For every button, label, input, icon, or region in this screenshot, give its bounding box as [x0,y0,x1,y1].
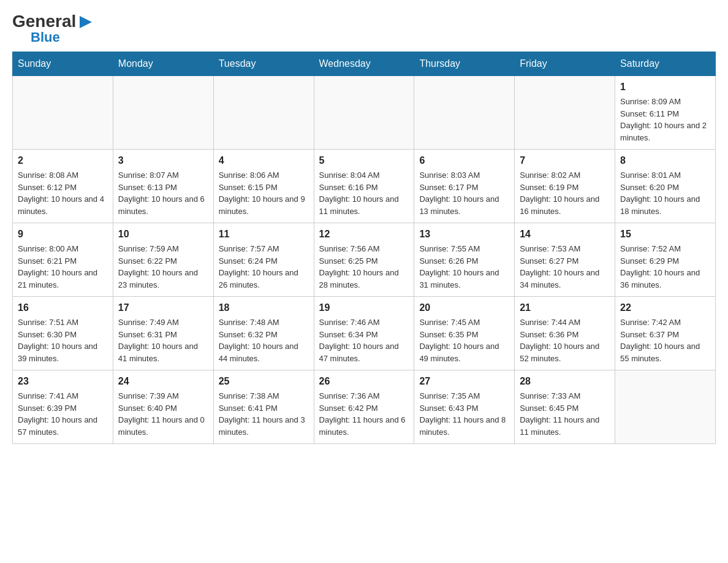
calendar-cell: 14Sunrise: 7:53 AMSunset: 6:27 PMDayligh… [515,223,615,297]
day-info: Sunrise: 8:01 AM [620,169,710,182]
day-number: 23 [18,374,108,389]
day-number: 11 [219,227,309,242]
calendar-cell: 12Sunrise: 7:56 AMSunset: 6:25 PMDayligh… [314,223,414,297]
day-info: Sunset: 6:20 PM [620,182,710,194]
day-info: Sunrise: 7:45 AM [419,316,509,329]
day-info: Daylight: 10 hours and 16 minutes. [520,193,610,217]
day-info: Sunset: 6:26 PM [419,255,509,267]
page-header: General Blue [12,12,716,45]
day-info: Daylight: 10 hours and 23 minutes. [118,267,208,291]
day-info: Sunrise: 7:41 AM [18,390,108,402]
day-number: 25 [219,374,309,389]
calendar-cell: 22Sunrise: 7:42 AMSunset: 6:37 PMDayligh… [615,297,716,370]
day-info: Sunset: 6:39 PM [18,402,108,415]
day-info: Daylight: 10 hours and 49 minutes. [419,340,509,364]
day-info: Sunrise: 7:51 AM [18,316,108,329]
day-info: Sunset: 6:16 PM [319,182,409,194]
weekday-header: Thursday [414,52,515,76]
day-info: Daylight: 10 hours and 4 minutes. [18,193,108,217]
day-info: Daylight: 10 hours and 47 minutes. [319,340,409,364]
day-number: 14 [520,227,610,242]
day-info: Sunrise: 8:08 AM [18,169,108,182]
day-info: Daylight: 10 hours and 44 minutes. [219,340,309,364]
weekday-header: Monday [113,52,213,76]
calendar-cell: 15Sunrise: 7:52 AMSunset: 6:29 PMDayligh… [615,223,716,297]
day-number: 22 [620,301,710,315]
day-info: Sunrise: 8:04 AM [319,169,409,182]
calendar-cell [515,76,615,150]
day-info: Sunset: 6:32 PM [219,329,309,341]
day-number: 18 [219,301,309,315]
day-info: Sunset: 6:43 PM [419,402,509,415]
day-info: Daylight: 10 hours and 52 minutes. [520,340,610,364]
day-info: Sunrise: 7:33 AM [520,390,610,402]
day-info: Daylight: 10 hours and 31 minutes. [419,267,509,291]
day-info: Sunrise: 7:38 AM [219,390,309,402]
calendar-body: 1Sunrise: 8:09 AMSunset: 6:11 PMDaylight… [13,76,716,444]
day-info: Sunrise: 7:52 AM [620,243,710,255]
calendar-table: SundayMondayTuesdayWednesdayThursdayFrid… [12,52,716,444]
day-info: Daylight: 10 hours and 39 minutes. [18,340,108,364]
calendar-cell: 6Sunrise: 8:03 AMSunset: 6:17 PMDaylight… [414,150,515,223]
calendar-cell: 4Sunrise: 8:06 AMSunset: 6:15 PMDaylight… [213,150,314,223]
calendar-header: SundayMondayTuesdayWednesdayThursdayFrid… [13,52,716,76]
day-info: Sunset: 6:30 PM [18,329,108,341]
day-info: Sunset: 6:45 PM [520,402,610,415]
weekday-header: Sunday [13,52,113,76]
day-info: Daylight: 10 hours and 55 minutes. [620,340,710,364]
day-info: Sunrise: 7:46 AM [319,316,409,329]
day-info: Daylight: 10 hours and 36 minutes. [620,267,710,291]
day-info: Sunrise: 7:44 AM [520,316,610,329]
calendar-week-row: 1Sunrise: 8:09 AMSunset: 6:11 PMDaylight… [13,76,716,150]
day-number: 1 [620,80,710,94]
calendar-cell [414,76,515,150]
day-number: 5 [319,153,409,168]
weekday-header: Tuesday [213,52,314,76]
calendar-cell: 17Sunrise: 7:49 AMSunset: 6:31 PMDayligh… [113,297,213,370]
day-info: Daylight: 11 hours and 6 minutes. [319,414,409,438]
day-info: Sunrise: 7:49 AM [118,316,208,329]
calendar-cell: 11Sunrise: 7:57 AMSunset: 6:24 PMDayligh… [213,223,314,297]
calendar-cell [615,370,716,444]
day-info: Sunset: 6:15 PM [219,182,309,194]
day-info: Daylight: 10 hours and 9 minutes. [219,193,309,217]
calendar-cell: 10Sunrise: 7:59 AMSunset: 6:22 PMDayligh… [113,223,213,297]
day-info: Sunrise: 8:07 AM [118,169,208,182]
day-number: 9 [18,227,108,242]
day-info: Sunrise: 7:39 AM [118,390,208,402]
calendar-cell: 7Sunrise: 8:02 AMSunset: 6:19 PMDaylight… [515,150,615,223]
day-number: 27 [419,374,509,389]
day-info: Sunrise: 7:42 AM [620,316,710,329]
day-number: 16 [18,301,108,315]
day-info: Sunset: 6:19 PM [520,182,610,194]
calendar-cell: 24Sunrise: 7:39 AMSunset: 6:40 PMDayligh… [113,370,213,444]
logo: General Blue [12,12,94,45]
day-info: Sunrise: 7:56 AM [319,243,409,255]
calendar-cell [113,76,213,150]
day-number: 17 [118,301,208,315]
day-info: Sunrise: 7:35 AM [419,390,509,402]
logo-general-text: General [12,13,76,30]
calendar-cell: 9Sunrise: 8:00 AMSunset: 6:21 PMDaylight… [13,223,113,297]
day-info: Sunset: 6:35 PM [419,329,509,341]
day-info: Sunset: 6:12 PM [18,182,108,194]
calendar-week-row: 23Sunrise: 7:41 AMSunset: 6:39 PMDayligh… [13,370,716,444]
calendar-week-row: 16Sunrise: 7:51 AMSunset: 6:30 PMDayligh… [13,297,716,370]
day-number: 2 [18,153,108,168]
day-info: Sunset: 6:25 PM [319,255,409,267]
day-info: Sunset: 6:17 PM [419,182,509,194]
day-info: Sunset: 6:40 PM [118,402,208,415]
day-info: Sunrise: 8:09 AM [620,96,710,108]
calendar-cell: 13Sunrise: 7:55 AMSunset: 6:26 PMDayligh… [414,223,515,297]
calendar-cell [314,76,414,150]
day-info: Sunrise: 8:00 AM [18,243,108,255]
day-info: Daylight: 10 hours and 21 minutes. [18,267,108,291]
calendar-cell: 20Sunrise: 7:45 AMSunset: 6:35 PMDayligh… [414,297,515,370]
day-info: Daylight: 10 hours and 57 minutes. [18,414,108,438]
day-number: 26 [319,374,409,389]
day-info: Sunrise: 7:53 AM [520,243,610,255]
calendar-cell: 19Sunrise: 7:46 AMSunset: 6:34 PMDayligh… [314,297,414,370]
day-info: Daylight: 10 hours and 13 minutes. [419,193,509,217]
day-number: 28 [520,374,610,389]
day-number: 24 [118,374,208,389]
